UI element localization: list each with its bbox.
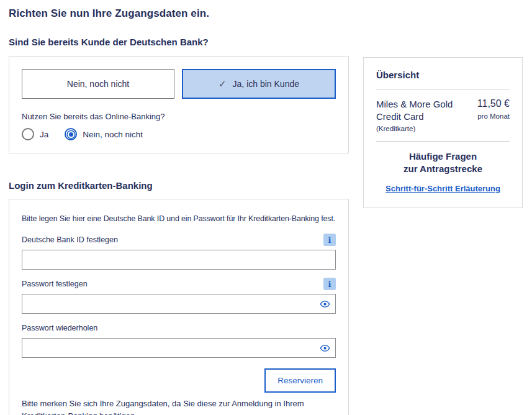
price-block: 11,50 € pro Monat <box>477 98 510 132</box>
faq-title: Häufige Fragen zur Antragstrecke <box>376 150 510 176</box>
field-label-row: Passwort wiederholen <box>22 322 336 334</box>
login-section-heading: Login zum Kreditkarten-Banking <box>9 180 349 191</box>
application-page: Richten Sie nun Ihre Zugangsdaten ein. S… <box>0 0 532 415</box>
content-columns: Nein, noch nicht ✓ Ja, ich bin Kunde Nut… <box>9 56 523 415</box>
price-value: 11,50 € <box>477 98 510 109</box>
radio-label: Nein, noch nicht <box>83 130 143 139</box>
password-label: Passwort festlegen <box>22 280 88 288</box>
password-input[interactable] <box>22 294 336 314</box>
page-title: Richten Sie nun Ihre Zugangsdaten ein. <box>9 7 523 20</box>
login-intro-text: Bitte legen Sie hier eine Deutsche Bank … <box>22 214 336 223</box>
faq-title-line2: zur Antragstrecke <box>404 163 482 174</box>
bank-id-label: Deutsche Bank ID festlegen <box>22 235 118 244</box>
submit-row: Reservieren <box>22 368 336 393</box>
radio-label: Ja <box>40 130 48 139</box>
radio-circle-unselected[interactable] <box>22 128 34 140</box>
field-label-row: Passwort festlegen i <box>22 278 336 290</box>
option-label: Ja, ich bin Kunde <box>233 79 299 89</box>
password-input-wrap <box>22 294 336 314</box>
customer-option-row: Nein, noch nicht ✓ Ja, ich bin Kunde <box>22 69 336 99</box>
eye-icon <box>320 343 330 353</box>
faq-link-wrap: Schritt-für-Schritt Erläuterung <box>376 183 510 194</box>
faq-title-line1: Häufige Fragen <box>409 151 477 162</box>
divider <box>376 141 510 142</box>
divider <box>376 89 510 89</box>
show-password-eye-icon[interactable] <box>320 343 330 353</box>
password-repeat-input-wrap <box>22 338 336 358</box>
online-banking-question: Nutzen Sie bereits das Online-Banking? <box>22 112 336 121</box>
eye-icon <box>320 299 330 309</box>
overview-panel: Übersicht Miles & More Gold Credit Card … <box>363 57 523 208</box>
main-column: Nein, noch nicht ✓ Ja, ich bin Kunde Nut… <box>9 56 349 415</box>
check-icon: ✓ <box>219 78 227 89</box>
sidebar-column: Übersicht Miles & More Gold Credit Card … <box>363 57 523 208</box>
credentials-note: Bitte merken Sie sich Ihre Zugangsdaten,… <box>22 398 336 415</box>
bank-id-input-wrap <box>22 250 336 270</box>
option-not-customer-button[interactable]: Nein, noch nicht <box>22 69 174 99</box>
reservieren-button[interactable]: Reservieren <box>264 368 336 393</box>
product-info: Miles & More Gold Credit Card (Kreditkar… <box>376 98 463 132</box>
step-by-step-link[interactable]: Schritt-für-Schritt Erläuterung <box>385 184 500 193</box>
login-card: Bitte legen Sie hier eine Deutsche Bank … <box>9 199 349 415</box>
show-password-eye-icon[interactable] <box>320 299 330 309</box>
bank-id-input[interactable] <box>22 250 336 270</box>
password-repeat-label: Passwort wiederholen <box>22 324 97 332</box>
info-icon[interactable]: i <box>323 278 336 290</box>
product-row: Miles & More Gold Credit Card (Kreditkar… <box>376 98 510 132</box>
radio-dot <box>69 132 73 137</box>
info-icon[interactable]: i <box>323 234 336 246</box>
radio-option-ja[interactable]: Ja <box>22 128 48 140</box>
customer-question-heading: Sind Sie bereits Kunde der Deutschen Ban… <box>9 37 523 47</box>
field-label-row: Deutsche Bank ID festlegen i <box>22 234 336 246</box>
price-period: pro Monat <box>477 112 510 120</box>
option-is-customer-button[interactable]: ✓ Ja, ich bin Kunde <box>182 69 336 99</box>
online-banking-radio-group: Ja Nein, noch nicht <box>22 128 336 140</box>
product-type: (Kreditkarte) <box>376 125 463 132</box>
radio-circle-selected[interactable] <box>65 128 77 140</box>
password-repeat-input[interactable] <box>22 338 336 358</box>
customer-card: Nein, noch nicht ✓ Ja, ich bin Kunde Nut… <box>9 56 349 153</box>
product-name: Miles & More Gold Credit Card <box>376 98 463 123</box>
radio-option-nein-noch-nicht[interactable]: Nein, noch nicht <box>65 128 143 140</box>
option-label: Nein, noch nicht <box>67 79 129 89</box>
overview-title: Übersicht <box>376 70 510 80</box>
